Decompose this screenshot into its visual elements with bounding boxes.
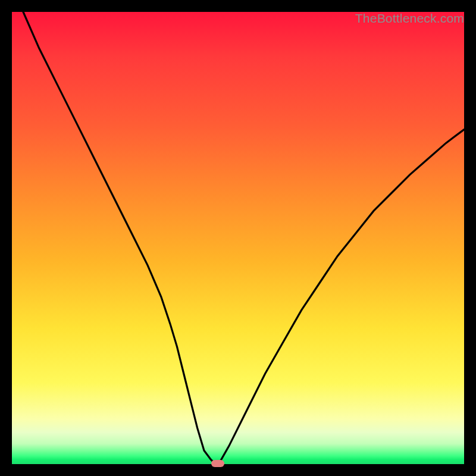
gradient-plot-area: TheBottleneck.com bbox=[12, 12, 464, 464]
chart-stage: TheBottleneck.com bbox=[0, 0, 476, 476]
min-marker bbox=[211, 460, 224, 467]
watermark-text: TheBottleneck.com bbox=[355, 11, 464, 26]
